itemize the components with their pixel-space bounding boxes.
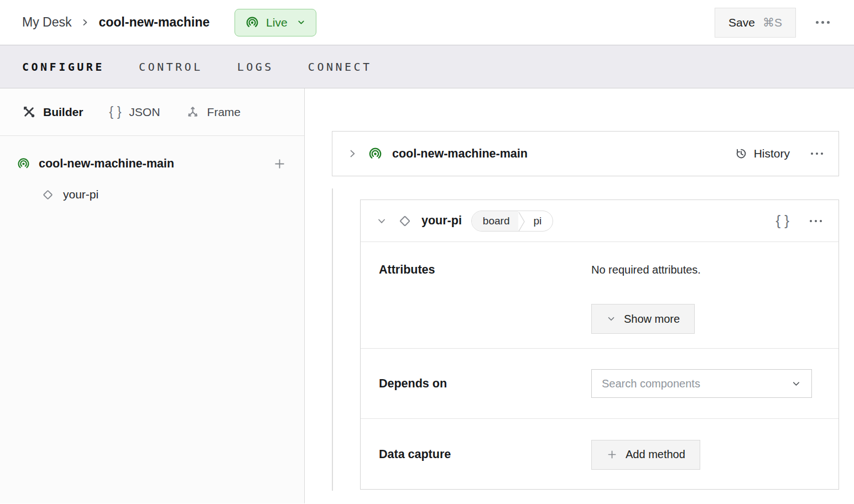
depends-on-label: Depends on xyxy=(379,377,591,391)
collapse-chevron-down-icon[interactable] xyxy=(376,216,387,227)
machine-nav-tabs: CONFIGURE CONTROL LOGS CONNECT xyxy=(0,45,854,88)
tab-connect[interactable]: CONNECT xyxy=(308,60,372,74)
live-label: Live xyxy=(266,16,288,29)
live-icon xyxy=(245,15,259,30)
breadcrumb-machine-name: cool-new-machine xyxy=(98,15,210,30)
add-method-label: Add method xyxy=(626,448,685,461)
component-title: your-pi xyxy=(421,214,462,228)
history-icon xyxy=(735,147,748,160)
save-button[interactable]: Save ⌘S xyxy=(715,8,796,38)
history-button[interactable]: History xyxy=(735,147,790,160)
data-capture-label: Data capture xyxy=(379,448,591,461)
diamond-icon xyxy=(397,213,413,229)
show-more-button[interactable]: Show more xyxy=(591,304,695,334)
data-capture-section: Data capture Add method xyxy=(361,419,839,490)
tree-connector-line xyxy=(332,188,333,491)
tab-logs[interactable]: LOGS xyxy=(237,60,274,74)
config-panel: cool-new-machine-main History xyxy=(305,88,854,503)
mode-tab-json-label: JSON xyxy=(129,106,160,119)
depends-on-section: Depends on Search components xyxy=(361,349,839,419)
chevron-down-icon xyxy=(606,314,616,324)
mode-tab-frame[interactable]: Frame xyxy=(186,105,241,119)
component-card-header: your-pi board pi { } xyxy=(361,200,839,242)
tools-icon xyxy=(22,105,36,119)
component-json-icon[interactable]: { } xyxy=(775,212,790,229)
content: Builder { } JSON Frame xyxy=(0,88,854,503)
chevron-down-icon xyxy=(791,379,801,389)
machine-part-card: cool-new-machine-main History xyxy=(332,131,839,176)
chevron-down-icon xyxy=(296,18,306,27)
breadcrumb-separator-icon xyxy=(80,18,90,27)
machine-part-menu-button[interactable] xyxy=(810,149,824,158)
sidebar: Builder { } JSON Frame xyxy=(0,88,305,503)
tree-item-machine[interactable]: cool-new-machine-main xyxy=(17,149,288,179)
tree-item-your-pi-label: your-pi xyxy=(63,188,98,201)
component-type: board xyxy=(472,211,519,231)
attributes-empty-text: No required attributes. xyxy=(591,262,701,277)
add-method-button[interactable]: Add method xyxy=(591,440,700,470)
plus-icon xyxy=(606,449,618,460)
breadcrumb: My Desk cool-new-machine xyxy=(22,15,210,30)
mode-tab-json[interactable]: { } JSON xyxy=(109,104,160,119)
component-type-badge: board pi xyxy=(471,211,553,232)
component-menu-button[interactable] xyxy=(809,217,823,225)
tab-control[interactable]: CONTROL xyxy=(139,60,203,74)
tree-item-machine-label: cool-new-machine-main xyxy=(39,157,263,171)
breadcrumb-my-desk[interactable]: My Desk xyxy=(22,15,71,30)
topbar-actions: Save ⌘S xyxy=(715,8,831,38)
frame-axes-icon xyxy=(186,105,200,119)
tree-item-your-pi[interactable]: your-pi xyxy=(17,179,288,211)
add-component-button[interactable] xyxy=(272,156,288,172)
depends-on-select[interactable]: Search components xyxy=(591,369,812,398)
braces-icon: { } xyxy=(109,104,122,119)
component-model: pi xyxy=(525,211,553,231)
attributes-section: Attributes No required attributes. Show … xyxy=(361,242,839,349)
mode-tab-frame-label: Frame xyxy=(207,106,241,119)
more-menu-button[interactable] xyxy=(815,18,831,27)
save-shortcut: ⌘S xyxy=(763,16,782,29)
depends-on-placeholder: Search components xyxy=(602,377,791,390)
chevron-right-icon[interactable] xyxy=(347,148,358,159)
history-label: History xyxy=(754,147,790,160)
mode-tab-builder-label: Builder xyxy=(43,106,83,119)
component-card: your-pi board pi { } Attributes No requi… xyxy=(360,200,839,490)
sidebar-mode-tabs: Builder { } JSON Frame xyxy=(0,88,304,136)
mode-tab-builder[interactable]: Builder xyxy=(22,105,83,119)
live-broadcast-icon xyxy=(17,157,30,171)
badge-divider xyxy=(518,211,525,232)
live-broadcast-icon xyxy=(368,146,383,161)
attributes-label: Attributes xyxy=(379,262,591,277)
machine-tree: cool-new-machine-main your-pi xyxy=(0,136,304,211)
machine-part-title: cool-new-machine-main xyxy=(392,147,528,161)
live-status-dropdown[interactable]: Live xyxy=(235,9,316,36)
tab-configure[interactable]: CONFIGURE xyxy=(22,60,105,74)
topbar: My Desk cool-new-machine Live Save ⌘S xyxy=(0,0,854,45)
save-label: Save xyxy=(728,16,755,29)
diamond-icon xyxy=(41,188,55,202)
show-more-label: Show more xyxy=(624,313,680,326)
